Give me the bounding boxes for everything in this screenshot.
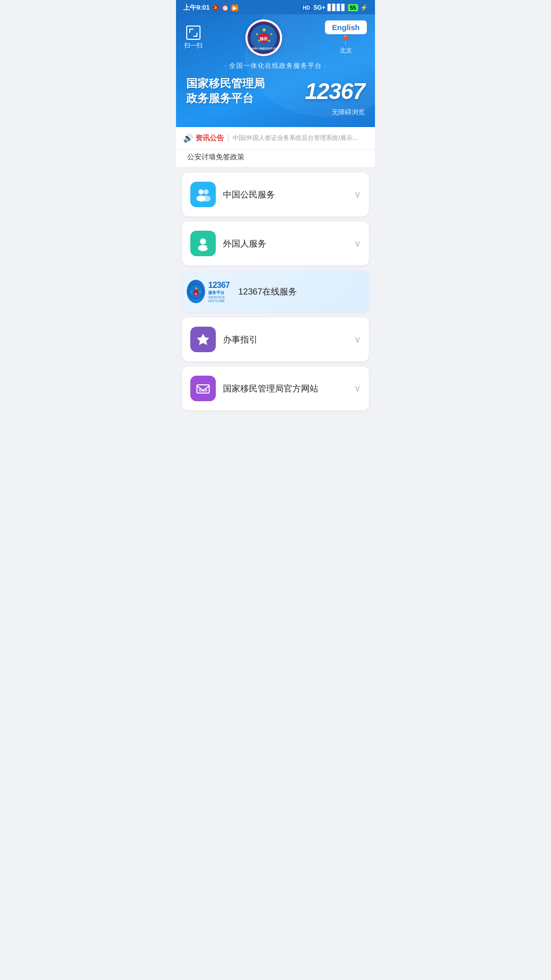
svg-text:★: ★ xyxy=(199,290,201,293)
status-bar: 上午9:01 🔕 ⏰ ▶ HD 5G+ ▋▋▋▋ 55 ⚡ xyxy=(176,0,375,14)
guide-icon xyxy=(190,327,216,352)
app-icon: ▶ xyxy=(231,5,238,11)
divider xyxy=(228,134,229,142)
hotline-card[interactable]: ★ ★ ★ 移 12367 服务平台 SERVICE HOTLINE 12367… xyxy=(182,271,369,312)
chinese-citizens-icon xyxy=(190,182,216,207)
svg-point-7 xyxy=(259,33,269,43)
logo-inner: ★ ★ ★ ★ ★ 移民 CHINA IMMIGRATION xyxy=(247,21,280,54)
news-scroll-text: 中国/外国人签证业务系统后台管理系统/展示... xyxy=(233,134,368,142)
svg-text:✦: ✦ xyxy=(206,246,209,250)
cards-container: 中国公民服务 ∨ ✦ 外国人服务 ∨ ★ ★ ★ xyxy=(176,167,375,415)
hotline-en: SERVICE HOTLINE xyxy=(208,296,235,303)
mute-icon: 🔕 xyxy=(212,4,219,11)
chinese-citizens-label: 中国公民服务 xyxy=(223,189,347,201)
location-pin-icon: 📍 xyxy=(339,35,352,45)
official-site-card[interactable]: 国家移民管理局官方网站 ∨ xyxy=(182,366,369,410)
time-display: 上午9:01 xyxy=(183,3,210,12)
signal-label: 5G+ xyxy=(314,4,325,11)
scan-label: 扫一扫 xyxy=(184,41,203,50)
svg-text:移民: 移民 xyxy=(259,37,268,41)
chinese-citizens-card[interactable]: 中国公民服务 ∨ xyxy=(182,173,369,216)
guide-label: 办事指引 xyxy=(223,334,347,346)
svg-text:★: ★ xyxy=(267,39,270,42)
location-button[interactable]: 📍 北京 xyxy=(339,35,352,55)
logo-area: ★ ★ ★ ★ ★ 移民 CHINA IMMIGRATION xyxy=(203,19,325,56)
speaker-icon: 🔊 xyxy=(183,133,193,143)
accessible-text: 无障碍浏览 xyxy=(184,108,367,117)
svg-point-11 xyxy=(204,189,209,194)
status-right: HD 5G+ ▋▋▋▋ 55 ⚡ xyxy=(301,4,368,11)
charging-icon: ⚡ xyxy=(360,4,368,11)
hotline-badge: ★ ★ ★ 移 xyxy=(187,280,205,303)
battery-indicator: 55 xyxy=(348,4,358,11)
title-line1: 国家移民管理局 xyxy=(186,77,265,91)
svg-point-14 xyxy=(200,238,206,244)
hero-right: English 📍 北京 xyxy=(325,20,367,55)
hotline-label: 12367在线服务 xyxy=(238,286,361,298)
foreigners-label: 外国人服务 xyxy=(223,238,347,250)
svg-text:★: ★ xyxy=(269,33,272,36)
svg-text:CHINA IMMIGRATION: CHINA IMMIGRATION xyxy=(250,47,278,50)
logo-circle: ★ ★ ★ ★ ★ 移民 CHINA IMMIGRATION xyxy=(245,19,282,56)
chevron-icon: ∨ xyxy=(354,189,361,200)
svg-text:★: ★ xyxy=(261,27,266,33)
svg-text:移: 移 xyxy=(194,292,197,295)
chevron-icon: ∨ xyxy=(354,238,361,249)
hotline-subtext: 服务平台 xyxy=(208,290,235,296)
foreigners-card[interactable]: ✦ 外国人服务 ∨ xyxy=(182,222,369,265)
svg-point-1 xyxy=(251,24,277,51)
news-label: 🔊 资讯公告 xyxy=(183,133,224,143)
svg-text:★: ★ xyxy=(255,33,258,36)
svg-rect-25 xyxy=(197,385,209,393)
status-left: 上午9:01 🔕 ⏰ ▶ xyxy=(183,3,238,12)
svg-marker-24 xyxy=(197,334,209,345)
news-ticker-second[interactable]: 公安讨墙免签政策 xyxy=(176,150,375,167)
english-button[interactable]: English xyxy=(325,20,367,34)
alarm-icon: ⏰ xyxy=(221,4,229,11)
news-text: 公安讨墙免签政策 xyxy=(187,153,244,162)
svg-point-0 xyxy=(249,23,279,53)
tagline: · 全国一体化在线政务服务平台 · xyxy=(184,61,367,70)
svg-point-10 xyxy=(198,189,204,194)
hero-title-text: 国家移民管理局 政务服务平台 xyxy=(186,77,265,106)
hero-hotline-number: 12367 xyxy=(305,79,365,104)
hotline-logo: ★ ★ ★ 移 12367 服务平台 SERVICE HOTLINE xyxy=(190,280,231,303)
location-label: 北京 xyxy=(340,46,352,55)
svg-point-13 xyxy=(202,195,211,202)
svg-text:★: ★ xyxy=(257,39,260,42)
title-line2: 政务服务平台 xyxy=(186,91,265,106)
foreigners-icon: ✦ xyxy=(190,231,216,256)
hero-section: 扫一扫 ★ ★ ★ ★ ★ 移民 xyxy=(176,14,375,127)
official-site-icon xyxy=(190,376,216,401)
hero-topbar: 扫一扫 ★ ★ ★ ★ ★ 移民 xyxy=(184,19,367,56)
signal-bars-icon: ▋▋▋▋ xyxy=(328,4,346,11)
hotline-number: 12367 xyxy=(208,281,235,290)
scan-button[interactable]: 扫一扫 xyxy=(184,26,203,50)
official-site-label: 国家移民管理局官方网站 xyxy=(223,383,347,395)
scan-icon xyxy=(186,26,201,40)
svg-text:★: ★ xyxy=(191,290,193,293)
hd-badge: HD xyxy=(301,5,311,11)
chevron-icon: ∨ xyxy=(354,383,361,394)
hero-title-block: 国家移民管理局 政务服务平台 12367 xyxy=(184,77,367,106)
news-ticker[interactable]: 🔊 资讯公告 中国/外国人签证业务系统后台管理系统/展示... xyxy=(176,127,375,150)
guide-card[interactable]: 办事指引 ∨ xyxy=(182,317,369,361)
chevron-icon: ∨ xyxy=(354,334,361,345)
